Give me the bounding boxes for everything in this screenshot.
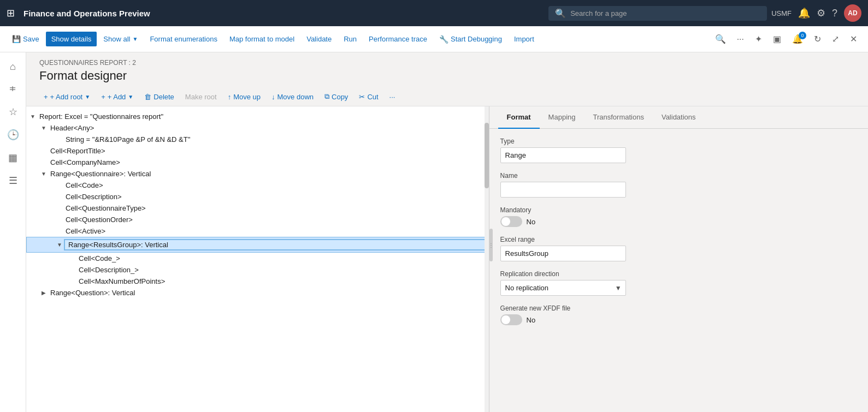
tree-item[interactable]: ▼ Report: Excel = "Questionnaires report…	[26, 111, 489, 122]
save-button[interactable]: 💾 Save	[7, 32, 45, 46]
import-button[interactable]: Import	[509, 32, 540, 46]
type-value[interactable]	[500, 147, 626, 163]
tab-format[interactable]: Format	[498, 106, 540, 129]
copy-icon: ⧉	[324, 92, 329, 101]
tree-item[interactable]: String = "&R&10Page &P of &N &D &T"	[26, 134, 489, 145]
tree-item[interactable]: Cell<ReportTitle>	[26, 145, 489, 157]
replication-field-group: Replication direction No replication Ver…	[500, 270, 857, 296]
add-icon: +	[101, 93, 105, 101]
copy-button[interactable]: ⧉ Copy	[320, 89, 352, 104]
more-button[interactable]: ···	[385, 90, 400, 104]
add-root-button[interactable]: + + Add root ▼	[39, 90, 95, 104]
scrollbar-track	[485, 106, 489, 412]
pin-icon[interactable]: ✦	[751, 31, 766, 47]
tree-item[interactable]: Cell<Active>	[26, 225, 489, 237]
name-input[interactable]	[500, 182, 626, 198]
tabs-bar: Format Mapping Transformations Validatio…	[489, 106, 868, 129]
tree-item[interactable]: Cell<Description_>	[26, 264, 489, 276]
tree-item[interactable]: Cell<QuestionOrder>	[26, 214, 489, 225]
settings-icon[interactable]: ⚙	[817, 7, 825, 19]
replication-select-wrapper: No replication Vertical Horizontal ▼	[500, 280, 626, 296]
tree-item-selected[interactable]: ▼ Range<ResultsGroup>: Vertical	[26, 237, 489, 253]
tab-transformations[interactable]: Transformations	[584, 106, 652, 129]
delete-button[interactable]: 🗑 Delete	[140, 90, 179, 104]
mandatory-field-group: Mandatory No	[500, 206, 857, 227]
mandatory-toggle[interactable]	[500, 216, 522, 227]
validate-button[interactable]: Validate	[301, 32, 337, 46]
properties-panel: ⋮ Format Mapping Transformations Validat…	[489, 106, 868, 412]
add-arrow: ▼	[128, 94, 133, 100]
performance-trace-button[interactable]: Performance trace	[363, 32, 433, 46]
waffle-icon[interactable]: ⊞	[7, 7, 15, 19]
search-input[interactable]	[570, 9, 760, 17]
expand-icon[interactable]: ▼	[28, 114, 37, 120]
popout-icon[interactable]: ⤢	[828, 31, 843, 47]
tree-item[interactable]: Cell<QuestionnaireType>	[26, 202, 489, 214]
tree-item[interactable]: Cell<MaxNumberOfPoints>	[26, 276, 489, 287]
tree-item[interactable]: Cell<CompanyName>	[26, 157, 489, 168]
scrollbar-thumb[interactable]	[485, 123, 489, 188]
start-debugging-button[interactable]: 🔧 Start Debugging	[434, 32, 507, 47]
home-icon[interactable]: ⌂	[5, 57, 20, 77]
filter-icon[interactable]: ⧧	[4, 79, 22, 99]
make-root-button[interactable]: Make root	[181, 90, 221, 104]
expand-icon[interactable]: ▼	[55, 242, 64, 248]
tree-item[interactable]: Cell<Code_>	[26, 253, 489, 264]
list-icon[interactable]: ☰	[4, 170, 22, 191]
excel-range-field-group: Excel range	[500, 236, 857, 261]
name-label: Name	[500, 172, 857, 180]
replication-label: Replication direction	[500, 270, 857, 278]
expand-icon[interactable]: ▶	[39, 290, 48, 296]
move-down-button[interactable]: ↓ Move down	[267, 90, 318, 104]
user-avatar[interactable]: AD	[844, 4, 861, 22]
cmd-right-icons: 🔍 ··· ✦ ▣ 🔔 0 ↻ ⤢ ✕	[711, 31, 861, 47]
tree-item[interactable]: ▼ Header<Any>	[26, 122, 489, 134]
map-format-button[interactable]: Map format to model	[224, 32, 300, 46]
move-up-button[interactable]: ↑ Move up	[223, 90, 265, 104]
breadcrumb: QUESTIONNAIRES REPORT : 2	[39, 59, 855, 67]
refresh-icon[interactable]: ↻	[810, 31, 825, 47]
mandatory-toggle-row: No	[500, 216, 857, 227]
username-label: USMF	[771, 9, 792, 17]
save-icon: 💾	[12, 35, 21, 43]
excel-range-label: Excel range	[500, 236, 857, 243]
more-cmd-icon[interactable]: ···	[733, 31, 748, 47]
search-cmd-icon[interactable]: 🔍	[711, 31, 730, 47]
search-box[interactable]: 🔍	[548, 6, 767, 21]
close-icon[interactable]: ✕	[846, 31, 861, 47]
star-icon[interactable]: ☆	[4, 101, 22, 122]
show-all-button[interactable]: Show all ▼	[98, 32, 143, 46]
show-details-button[interactable]: Show details	[46, 32, 97, 46]
help-icon[interactable]: ?	[832, 8, 837, 19]
tab-validations[interactable]: Validations	[653, 106, 705, 129]
badge-icon[interactable]: 🔔 0	[788, 31, 807, 47]
move-up-icon: ↑	[228, 93, 232, 101]
add-button[interactable]: + + Add ▼	[97, 90, 138, 104]
replication-select[interactable]: No replication Vertical Horizontal	[500, 280, 626, 296]
tree-item[interactable]: ▼ Range<Questionnaire>: Vertical	[26, 168, 489, 180]
expand-icon[interactable]: ▼	[39, 171, 48, 177]
excel-range-input[interactable]	[500, 246, 626, 261]
cut-button[interactable]: ✂ Cut	[355, 90, 382, 104]
clock-icon[interactable]: 🕒	[3, 124, 23, 145]
page-header: QUESTIONNAIRES REPORT : 2 Format designe…	[26, 52, 868, 87]
format-form: Type Name Mandatory	[489, 129, 868, 343]
panel-resize-handle[interactable]: ⋮	[489, 229, 493, 261]
tree-item[interactable]: ▶ Range<Question>: Vertical	[26, 287, 489, 298]
tree-panel: ▼ Report: Excel = "Questionnaires report…	[26, 106, 489, 412]
tree-item[interactable]: Cell<Code>	[26, 180, 489, 191]
expand-icon[interactable]: ▼	[39, 125, 48, 131]
table-icon[interactable]: ▦	[4, 147, 22, 168]
tab-mapping[interactable]: Mapping	[540, 106, 584, 129]
tree-item[interactable]: Cell<Description>	[26, 191, 489, 202]
run-button[interactable]: Run	[338, 32, 362, 46]
panel-icon[interactable]: ▣	[769, 31, 786, 47]
format-enumerations-button[interactable]: Format enumerations	[144, 32, 223, 46]
xfdf-toggle[interactable]	[500, 314, 522, 325]
xfdf-value: No	[527, 316, 536, 324]
toggle-thumb	[501, 315, 510, 324]
top-navbar: ⊞ Finance and Operations Preview 🔍 USMF …	[0, 0, 868, 26]
notification-icon[interactable]: 🔔	[798, 7, 810, 19]
xfdf-field-group: Generate new XFDF file No	[500, 304, 857, 325]
mandatory-value: No	[527, 218, 536, 226]
